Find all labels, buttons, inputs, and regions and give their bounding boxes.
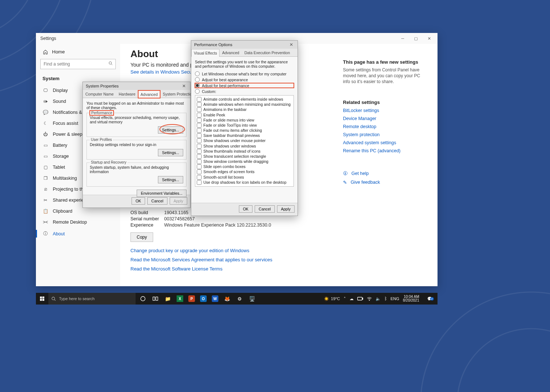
about-action-link[interactable]: Read the Microsoft Services Agreement th…	[130, 257, 332, 262]
check-input[interactable]	[197, 164, 202, 169]
check-row[interactable]: Enable Peek	[197, 112, 292, 117]
check-row[interactable]: Fade or slide menus into view	[197, 117, 292, 123]
start-button[interactable]	[36, 296, 48, 301]
check-row[interactable]: Show shadows under windows	[197, 143, 292, 149]
language-indicator[interactable]: ENG	[391, 296, 399, 301]
check-row[interactable]: Fade or slide ToolTips into view	[197, 123, 292, 128]
home-link[interactable]: Home	[36, 47, 120, 57]
volume-icon[interactable]: 🔈	[376, 296, 381, 301]
about-action-link[interactable]: Read the Microsoft Software License Term…	[130, 266, 332, 272]
check-input[interactable]	[197, 159, 202, 164]
check-input[interactable]	[197, 102, 202, 107]
check-row[interactable]: Show window contents while dragging	[197, 159, 292, 164]
radio-input[interactable]	[195, 89, 200, 94]
action-center-icon[interactable]: 💬2	[425, 296, 435, 301]
check-row[interactable]: Slide open combo boxes	[197, 164, 292, 169]
check-input[interactable]	[197, 133, 202, 138]
search-input[interactable]	[40, 59, 116, 69]
check-row[interactable]: Use drop shadows for icon labels on the …	[197, 180, 292, 185]
taskbar-search[interactable]: Type here to search	[48, 293, 136, 305]
onedrive-icon[interactable]: ☁	[350, 296, 354, 301]
radio-input[interactable]	[195, 83, 200, 88]
perf-close-button[interactable]: ✕	[287, 42, 295, 47]
check-input[interactable]	[197, 113, 202, 117]
battery-tray-icon[interactable]	[357, 297, 363, 300]
tab-advanced[interactable]: Advanced	[219, 49, 242, 56]
sysprops-ok-button[interactable]: OK	[132, 197, 145, 205]
check-row[interactable]: Smooth-scroll list boxes	[197, 175, 292, 180]
about-action-link[interactable]: Change product key or upgrade your editi…	[130, 248, 332, 253]
check-input[interactable]	[197, 97, 202, 102]
check-row[interactable]: Fade out menu items after clicking	[197, 128, 292, 133]
check-input[interactable]	[197, 175, 202, 180]
minimize-button[interactable]: ─	[396, 34, 409, 42]
wifi-icon[interactable]	[367, 296, 372, 301]
visual-effects-list[interactable]: Animate controls and elements inside win…	[195, 95, 294, 187]
sidebar-item-remote-desktop[interactable]: ><Remote Desktop	[36, 217, 120, 228]
check-input[interactable]	[197, 107, 202, 112]
radio-input[interactable]	[195, 77, 200, 82]
tray-chevron-icon[interactable]: ˄	[344, 296, 346, 301]
radio-adjust-for-best-performance[interactable]: Adjust for best performance	[195, 83, 294, 88]
radio-input[interactable]	[195, 71, 200, 76]
close-button[interactable]: ✕	[423, 34, 435, 42]
check-row[interactable]: Show thumbnails instead of icons	[197, 149, 292, 154]
check-input[interactable]	[197, 123, 202, 128]
startup-recovery-settings-button[interactable]: Settings...	[158, 176, 183, 183]
clock[interactable]: 10:04 AM 8/20/2021	[403, 295, 422, 303]
task-view-icon[interactable]	[152, 295, 159, 302]
perf-cancel-button[interactable]: Cancel	[255, 205, 275, 213]
cortana-icon[interactable]	[139, 295, 147, 302]
tab-advanced[interactable]: Advanced	[138, 90, 160, 98]
check-input[interactable]	[197, 149, 202, 154]
perf-ok-button[interactable]: OK	[239, 205, 252, 213]
control-panel-icon[interactable]: 🖥️	[248, 295, 256, 302]
get-help-link[interactable]: 🛈 Get help	[343, 171, 427, 176]
bluetooth-icon[interactable]: ᛒ	[384, 296, 387, 301]
radio-adjust-for-best-appearance[interactable]: Adjust for best appearance	[195, 77, 294, 82]
check-row[interactable]: Animate windows when minimizing and maxi…	[197, 102, 292, 107]
copy-button[interactable]: Copy	[130, 232, 153, 242]
tab-visual-effects[interactable]: Visual Effects	[191, 49, 219, 57]
radio-let-windows-choose-what-s-best-for-my-computer[interactable]: Let Windows choose what's best for my co…	[195, 71, 294, 76]
related-link[interactable]: Advanced system settings	[343, 140, 427, 145]
check-row[interactable]: Save taskbar thumbnail previews	[197, 133, 292, 138]
file-explorer-icon[interactable]: 📁	[164, 295, 171, 302]
tab-data-execution-prevention[interactable]: Data Execution Prevention	[242, 49, 292, 56]
performance-settings-button[interactable]: Settings...	[158, 126, 183, 134]
firefox-icon[interactable]: 🦊	[224, 295, 231, 302]
check-row[interactable]: Smooth edges of screen fonts	[197, 169, 292, 174]
give-feedback-link[interactable]: ✎ Give feedback	[343, 180, 427, 185]
outlook-icon[interactable]: O	[200, 295, 207, 302]
sidebar-item-about[interactable]: ⓘAbout	[36, 228, 120, 240]
check-row[interactable]: Show translucent selection rectangle	[197, 154, 292, 159]
check-input[interactable]	[197, 118, 202, 123]
check-input[interactable]	[197, 169, 202, 174]
related-link[interactable]: Device Manager	[343, 116, 427, 121]
tab-hardware[interactable]: Hardware	[116, 90, 138, 98]
check-input[interactable]	[197, 154, 202, 159]
related-link[interactable]: BitLocker settings	[343, 108, 427, 113]
sysprops-apply-button[interactable]: Apply	[170, 197, 187, 205]
radio-custom[interactable]: Custom:	[195, 89, 294, 94]
check-input[interactable]	[197, 180, 202, 185]
related-link[interactable]: Rename this PC (advanced)	[343, 148, 427, 153]
check-row[interactable]: Animate controls and elements inside win…	[197, 97, 292, 102]
check-input[interactable]	[197, 144, 202, 149]
excel-icon[interactable]: X	[177, 295, 183, 302]
maximize-button[interactable]: ▢	[410, 34, 422, 42]
word-icon[interactable]: W	[212, 295, 218, 302]
check-input[interactable]	[197, 128, 202, 133]
tab-computer-name[interactable]: Computer Name	[83, 90, 116, 98]
sysprops-close-button[interactable]: ✕	[180, 83, 188, 89]
related-link[interactable]: System protection	[343, 132, 427, 137]
settings-taskbar-icon[interactable]: ⚙	[236, 295, 243, 302]
weather-widget[interactable]: ☀️ 19°C	[324, 296, 340, 301]
user-profiles-settings-button[interactable]: Settings...	[158, 149, 183, 156]
sysprops-cancel-button[interactable]: Cancel	[147, 197, 167, 205]
related-link[interactable]: Remote desktop	[343, 124, 427, 129]
check-row[interactable]: Animations in the taskbar	[197, 107, 292, 112]
check-input[interactable]	[197, 138, 202, 143]
environment-variables-button[interactable]: Environment Variables...	[137, 190, 187, 197]
perf-apply-button[interactable]: Apply	[277, 205, 295, 213]
